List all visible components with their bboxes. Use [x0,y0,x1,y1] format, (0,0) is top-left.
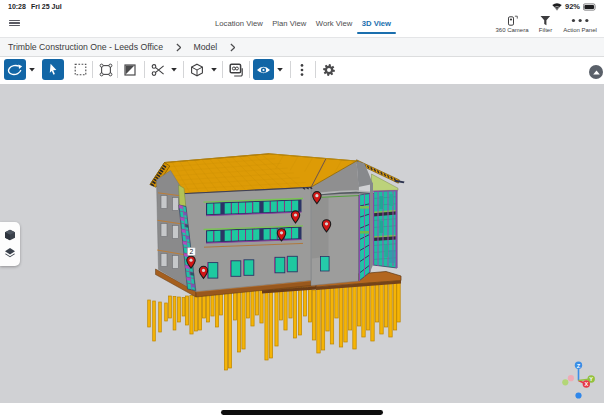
battery-percent: 92% [565,2,580,11]
chevron-right-icon [230,43,236,52]
breadcrumb-model[interactable]: Model [194,42,218,52]
action-panel-label: Action Panel [563,27,597,33]
home-strip [0,403,604,420]
toolbar-divider [315,61,316,78]
visibility-dropdown-caret[interactable] [276,59,284,80]
status-bar: 10:28Fri 25 Jul 92% [0,0,604,14]
toolbar-divider [144,61,145,78]
ellipsis-icon [569,15,591,26]
invert-selection-button[interactable] [124,59,136,80]
more-options-button[interactable] [297,59,307,80]
settings-button[interactable] [322,59,336,80]
wifi-icon [552,3,562,11]
model-toolbar [0,57,604,84]
toolbar-divider [222,61,223,78]
cut-tool-button[interactable] [151,59,165,80]
status-time: 10:28 [8,3,26,10]
camera-360-icon [506,15,519,26]
battery-icon [583,3,597,11]
filter-icon [540,15,552,26]
status-date: Fri 25 Jul [31,3,62,10]
filter-label: Filter [539,27,552,33]
cut-dropdown-caret[interactable] [170,59,178,80]
home-indicator[interactable] [221,410,383,415]
toolbar-divider [249,61,250,78]
action-panel-button[interactable]: Action Panel [563,15,597,33]
model-views-button[interactable] [190,59,204,80]
multi-window-button[interactable] [229,59,244,80]
model-views-dropdown-caret[interactable] [210,59,218,80]
breadcrumb: Trimble Construction One - Leeds Office … [0,37,604,57]
marquee-select-button[interactable] [73,59,87,80]
status-time-date: 10:28Fri 25 Jul [8,3,67,10]
models-cube-icon[interactable] [4,229,16,241]
breadcrumb-project[interactable]: Trimble Construction One - Leeds Office [8,42,163,52]
toolbar-divider [290,61,291,78]
chevron-right-icon [176,43,182,52]
3d-viewport[interactable] [0,84,604,403]
filter-button[interactable]: Filter [539,15,552,33]
visibility-button[interactable] [253,59,274,80]
orbit-tool-button[interactable] [4,59,26,80]
collapse-toolbar-button[interactable] [589,65,603,79]
layers-icon[interactable] [4,247,16,259]
triangle-up-icon [593,70,600,75]
orbit-dropdown-caret[interactable] [28,59,36,80]
viewer-side-panel [0,222,20,266]
360-camera-button[interactable]: 360 Camera [495,15,528,33]
toolbar-divider [92,61,93,78]
nav-bar: Location View Plan View Work View 3D Vie… [0,14,604,37]
polygon-select-button[interactable] [99,59,113,80]
select-tool-button[interactable] [42,59,64,80]
toolbar-divider [117,61,118,78]
toolbar-divider [183,61,184,78]
360-camera-label: 360 Camera [495,27,528,33]
